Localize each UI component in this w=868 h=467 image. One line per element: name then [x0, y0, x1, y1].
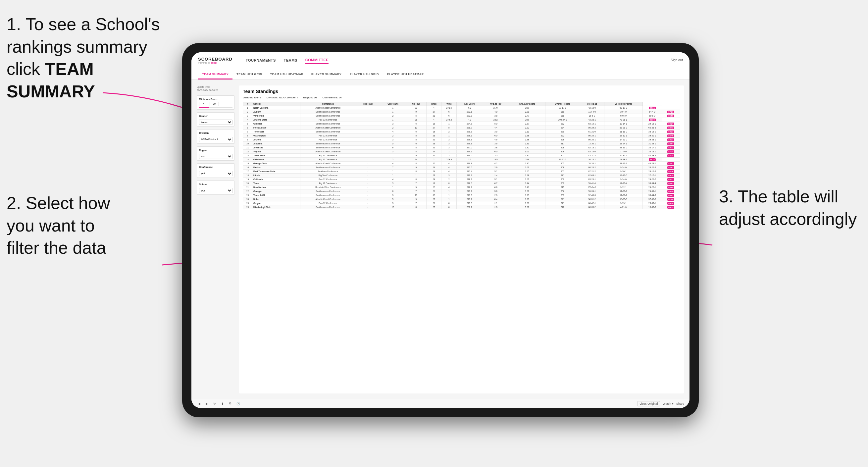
- cell-9-10: 1.86: [509, 142, 545, 146]
- cell-22-0: 23: [243, 193, 252, 197]
- cell-19-8: 278.6: [457, 182, 482, 185]
- cell-19-11: 269: [545, 182, 580, 185]
- score-badge: 88.54: [667, 190, 674, 193]
- sub-nav-player-h2h-heatmap[interactable]: PLAYER H2H HEATMAP: [383, 70, 428, 80]
- table-filters-row: Gender: Men's Division: NCAA Division I …: [243, 96, 680, 99]
- cell-11-2: Atlantic Coast Conference: [300, 150, 356, 154]
- cell-1-3: -: [356, 110, 380, 114]
- sub-nav-team-h2h-heatmap[interactable]: TEAM H2H HEATMAP: [266, 70, 307, 80]
- cell-7-7: 1: [441, 134, 457, 138]
- sub-nav-player-summary[interactable]: PLAYER SUMMARY: [307, 70, 345, 80]
- cell-16-0: 17: [243, 169, 252, 174]
- sub-nav-team-summary[interactable]: TEAM SUMMARY: [198, 70, 232, 80]
- cell-12-2: Big 12 Conference: [300, 154, 356, 158]
- cell-22-3: -: [356, 193, 380, 197]
- cell-3-4: 1: [380, 118, 406, 122]
- cell-5-9: -4.4: [482, 126, 509, 130]
- score-badge: 85.98: [649, 119, 656, 121]
- cell-20-9: -0.8: [482, 185, 509, 189]
- cell-12-10: 1.85: [509, 154, 545, 158]
- col-conf-rank: Conf Rank: [380, 102, 406, 106]
- cell-10-1: Arkansas: [252, 146, 300, 150]
- toolbar-share-btn[interactable]: ⬆: [220, 401, 225, 406]
- toolbar-actions: Watch ▾ Share: [663, 402, 684, 405]
- score-badge: 82.73: [667, 126, 674, 129]
- cell-24-4: 9: [380, 201, 406, 205]
- toolbar-view-original[interactable]: View: Original: [637, 401, 660, 406]
- cell-2-5: 5: [406, 114, 426, 118]
- cell-23-5: 9: [406, 197, 426, 201]
- cell-24-10: 1.21: [509, 201, 545, 205]
- cell-0-11: 88-17-0: [545, 106, 580, 110]
- nav-committee[interactable]: COMMITTEE: [305, 57, 329, 64]
- table-gender-filter: Gender: Men's: [243, 96, 261, 99]
- cell-18-7: 2: [441, 178, 457, 182]
- filter-school-select[interactable]: (All): [199, 188, 232, 193]
- filter-division-select[interactable]: NCAA Division I: [199, 137, 232, 142]
- toolbar-copy[interactable]: ⧉: [228, 401, 232, 406]
- cell-7-0: 8: [243, 134, 252, 138]
- filter-slider[interactable]: [199, 107, 232, 108]
- nav-teams[interactable]: TEAMS: [284, 57, 298, 64]
- filter-min-input[interactable]: [199, 102, 208, 106]
- cell-7-2: Pac-12 Conference: [300, 134, 356, 138]
- cell-7-5: 8: [406, 134, 426, 138]
- cell-25-2: Southeastern Conference: [300, 205, 356, 209]
- filter-region-label: Region: [199, 149, 232, 152]
- col-rnds: Rnds: [426, 102, 441, 106]
- col-vs-top50-pts: Vs Top 50 Points: [604, 102, 643, 106]
- col-reg-rank: Reg Rank: [356, 102, 380, 106]
- cell-21-11: 266: [545, 189, 580, 193]
- cell-22-13: 11-38-2: [604, 193, 643, 197]
- table-row: 23Texas A&MSoutheastern Conference-91030…: [243, 193, 680, 197]
- table-row: 26Mississippi StateSoutheastern Conferen…: [243, 205, 680, 209]
- filter-gender-label: Gender: [199, 115, 232, 118]
- sub-nav-player-h2h-grid[interactable]: PLAYER H2H GRID: [345, 70, 383, 80]
- toolbar-watch[interactable]: Watch ▾: [663, 402, 674, 405]
- cell-24-8: 279.5: [457, 201, 482, 205]
- toolbar-clock[interactable]: 🕐: [235, 401, 241, 406]
- cell-20-0: 21: [243, 185, 252, 189]
- sub-nav-team-h2h-grid[interactable]: TEAM H2H GRID: [232, 70, 266, 80]
- cell-6-0: 7: [243, 130, 252, 134]
- toolbar-share[interactable]: Share: [676, 402, 684, 405]
- cell-15-14: 24-25-2: [643, 165, 662, 169]
- cell-18-14: 29-25-0: [643, 178, 662, 182]
- cell-11-1: Virginia: [252, 150, 300, 154]
- cell-24-15: 88.38: [662, 201, 680, 205]
- toolbar-back[interactable]: ◀: [197, 401, 202, 406]
- cell-19-9: -0.7: [482, 182, 509, 185]
- cell-10-5: 8: [406, 146, 426, 150]
- filter-conference-select[interactable]: (All): [199, 171, 232, 176]
- toolbar-refresh[interactable]: ↻: [212, 401, 217, 406]
- cell-13-12: 30-15-1: [580, 158, 604, 162]
- score-badge: 88.13: [667, 206, 674, 209]
- cell-8-3: -: [356, 138, 380, 142]
- cell-21-6: 21: [426, 189, 441, 193]
- table-row: 10AlabamaSoutheastern Conference-5623327…: [243, 142, 680, 146]
- cell-24-12: 66-42-1: [580, 201, 604, 205]
- nav-tournaments[interactable]: TOURNAMENTS: [246, 57, 276, 64]
- toolbar-forward[interactable]: ▶: [204, 401, 209, 406]
- score-badge: 86.58: [667, 115, 674, 117]
- filter-max-input[interactable]: [210, 102, 219, 106]
- cell-25-5: 8: [406, 205, 426, 209]
- cell-3-3: -: [356, 118, 380, 122]
- sign-out-link[interactable]: Sign out: [671, 58, 683, 62]
- cell-4-10: 2.37: [509, 122, 545, 126]
- cell-17-12: 82-03-1: [580, 174, 604, 178]
- table-row: 15Georgia TechAtlantic Coast Conference-…: [243, 162, 680, 165]
- cell-6-9: -3.5: [482, 130, 509, 134]
- filter-region-select[interactable]: N/A: [199, 154, 232, 159]
- cell-22-1: Texas A&M: [252, 193, 300, 197]
- cell-4-0: 5: [243, 122, 252, 126]
- cell-8-14: 39-23-1: [643, 138, 662, 142]
- cell-18-4: 4: [380, 178, 406, 182]
- filter-gender-select[interactable]: Men's: [199, 120, 232, 125]
- cell-20-1: New Mexico: [252, 185, 300, 189]
- cell-17-15: 89.34: [662, 174, 680, 178]
- cell-3-5: 26: [406, 118, 426, 122]
- cell-9-11: 217: [545, 142, 580, 146]
- cell-14-12: 76-26-1: [580, 162, 604, 165]
- cell-19-1: Texas: [252, 182, 300, 185]
